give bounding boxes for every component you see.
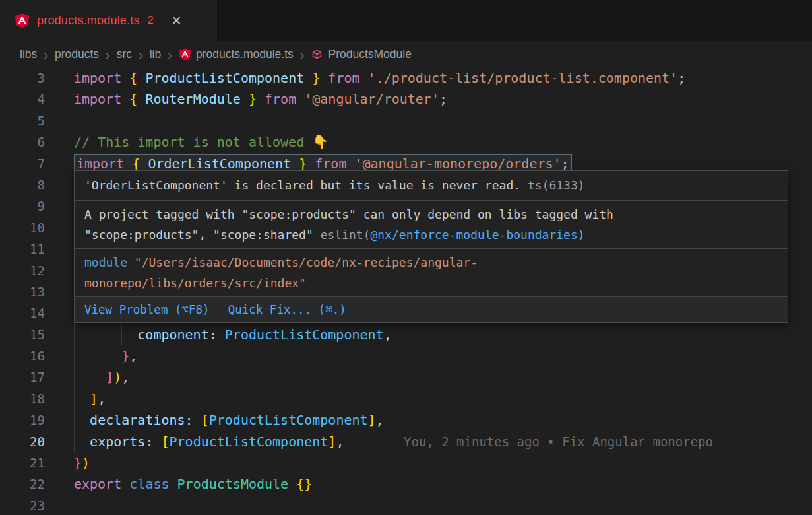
line-number: 16 [0,345,74,366]
code-line-content: component: ProductListComponent, [74,324,812,345]
code-token: ] [90,391,98,407]
line-number: 12 [0,260,74,281]
chevron-right-icon: › [139,48,143,61]
module-info-block: module "/Users/isaac/Documents/code/nx-r… [75,249,788,296]
breadcrumb-file[interactable]: products.module.ts [179,48,294,61]
chevron-right-icon: › [300,48,305,61]
code-line[interactable]: 19 declarations: [ProductListComponent], [0,409,812,430]
code-token: '@angular-monorepo/orders' [354,156,561,172]
chevron-right-icon: › [168,48,172,61]
code-line[interactable]: 22export class ProductsModule {} [0,473,812,495]
indent-guide [106,345,106,366]
code-token: , [336,434,344,450]
code-token [74,412,90,428]
breadcrumb-symbol-label: ProductsModule [328,48,411,61]
tab-problems-badge: 2 [148,15,154,26]
code-token: import [74,91,129,107]
code-line-content [74,495,812,515]
diagnostic-eslint-line2: "scope:products", "scope:shared" eslint(… [84,224,778,245]
module-info-line2: monorepo/libs/orders/src/index" [84,273,778,293]
view-problem-button[interactable]: View Problem (⌥F8) [84,301,210,318]
code-token: } [121,348,129,364]
breadcrumb-products[interactable]: products [55,48,99,61]
line-number: 18 [0,388,74,409]
diagnostic-eslint: A project tagged with "scope:products" c… [75,201,788,248]
code-line-content: }, [74,345,812,366]
code-line[interactable]: 5 [0,110,812,131]
code-token: 👇 [312,134,328,150]
tab-close-icon[interactable]: ✕ [172,15,182,27]
breadcrumb-lib[interactable]: lib [150,48,162,61]
code-token: from [315,156,354,172]
code-line[interactable]: 20 exports: [ProductListComponent],You, … [0,431,812,452]
code-line[interactable]: 3import { ProductListComponent } from '.… [0,67,812,88]
line-number: 15 [0,324,74,345]
code-line[interactable]: 16 }, [0,345,812,366]
hover-popup: 'OrderListComponent' is declared but its… [74,170,788,323]
code-line-content: import { RouterModule } from '@angular/r… [74,88,812,110]
line-number: 6 [0,131,74,153]
code-token: {} [296,476,312,492]
code-token: component [137,327,208,343]
indent-guide [74,431,75,452]
line-number: 23 [0,495,74,515]
code-token: } [291,156,315,172]
code-line-content: ]), [74,366,812,388]
indent-guide [90,324,90,345]
code-token: , [384,327,392,343]
module-info-line1: module "/Users/isaac/Documents/code/nx-r… [84,252,778,273]
code-token: ; [439,91,447,107]
git-blame-annotation: You, 2 minutes ago • Fix Angular monorep… [404,431,713,452]
code-line[interactable]: 21}) [0,452,812,473]
vscode-window: { "tab": { "title": "products.module.ts"… [0,0,812,515]
line-number: 5 [0,110,74,131]
eslint-source-close: ) [578,228,585,242]
code-token [74,348,121,364]
code-token: { [129,70,145,86]
line-number: 13 [0,281,74,302]
breadcrumb-symbol[interactable]: ProductsModule [311,48,411,61]
code-line[interactable]: 4import { RouterModule } from '@angular/… [0,88,812,110]
indent-guide [121,324,122,345]
quick-fix-button[interactable]: Quick Fix... (⌘.) [228,301,346,318]
code-line-content: declarations: [ProductListComponent], [74,409,812,430]
code-token: from [328,70,367,86]
code-line[interactable]: 6// This import is not allowed 👇 [0,131,812,153]
code-line-content: export class ProductsModule {} [74,473,812,495]
module-keyword: module [84,256,135,269]
line-number: 10 [0,217,74,238]
indent-guide [106,324,106,345]
code-token: ProductListComponent [209,412,368,428]
diagnostic-ts-message: 'OrderListComponent' is declared but its… [84,178,520,192]
line-number: 11 [0,238,74,259]
code-line[interactable]: 17 ]), [0,366,812,388]
code-line-content: import { ProductListComponent } from './… [74,67,812,88]
indent-guide [90,366,90,388]
indent-guide [90,345,90,366]
code-token: } [74,455,82,471]
code-line[interactable]: 23 [0,495,812,515]
editor-tab-products-module[interactable]: products.module.ts 2 ✕ [0,0,218,41]
code-token: } [304,70,328,86]
module-symbol-icon [311,48,323,61]
breadcrumb-file-label: products.module.ts [196,48,294,61]
code-editor[interactable]: 3import { ProductListComponent } from '.… [0,67,812,515]
indent-guide [74,345,75,366]
eslint-rule-link[interactable]: @nx/enforce-module-boundaries [370,228,577,242]
eslint-source-open: eslint( [321,228,371,242]
code-line[interactable]: 18 ], [0,388,812,409]
breadcrumb-src[interactable]: src [117,48,132,61]
tab-bar: products.module.ts 2 ✕ [0,0,812,41]
breadcrumb-libs[interactable]: libs [20,48,37,61]
code-token: ) [113,369,121,385]
code-token: : [145,434,161,450]
code-line[interactable]: 15 component: ProductListComponent, [0,324,812,345]
code-token: } [241,91,265,107]
angular-file-icon [15,13,30,28]
code-token: , [376,412,384,428]
code-token [74,434,90,450]
code-token: { [129,91,145,107]
code-line-content: // This import is not allowed 👇 [74,131,812,153]
code-token: , [98,391,106,407]
code-token: ; [677,70,685,86]
